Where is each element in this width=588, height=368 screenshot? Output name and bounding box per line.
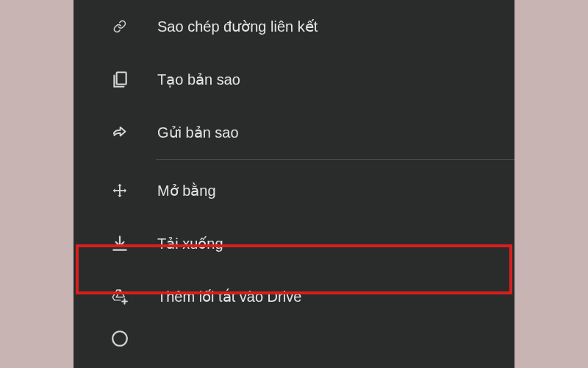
menu-label: Sao chép đường liên kết xyxy=(157,18,318,35)
menu-divider xyxy=(156,159,514,160)
menu-label: Mở bằng xyxy=(157,182,216,199)
download-icon xyxy=(110,234,129,253)
context-menu-panel: Sao chép đường liên kết Tạo bản sao Gửi … xyxy=(74,0,514,368)
copy-icon xyxy=(110,70,129,89)
drive-add-icon xyxy=(110,287,129,306)
svg-rect-0 xyxy=(117,72,126,84)
menu-label: Tạo bản sao xyxy=(157,71,240,88)
menu-item-cutoff xyxy=(74,323,514,350)
menu-label: Tải xuống xyxy=(157,235,223,252)
menu-item-download[interactable]: Tải xuống xyxy=(74,217,514,270)
link-icon xyxy=(110,17,129,36)
menu-label: Gửi bản sao xyxy=(157,124,239,141)
menu-item-send-copy[interactable]: Gửi bản sao xyxy=(74,106,514,159)
menu-item-open-with[interactable]: Mở bằng xyxy=(74,164,514,217)
forward-icon xyxy=(110,123,129,142)
menu-item-make-copy[interactable]: Tạo bản sao xyxy=(74,53,514,106)
svg-point-2 xyxy=(112,331,127,346)
info-icon xyxy=(110,329,129,348)
menu-item-copy-link[interactable]: Sao chép đường liên kết xyxy=(74,0,514,53)
move-arrows-icon xyxy=(110,181,129,200)
menu-label: Thêm lối tắt vào Drive xyxy=(157,288,301,305)
menu-item-add-shortcut[interactable]: Thêm lối tắt vào Drive xyxy=(74,270,514,323)
